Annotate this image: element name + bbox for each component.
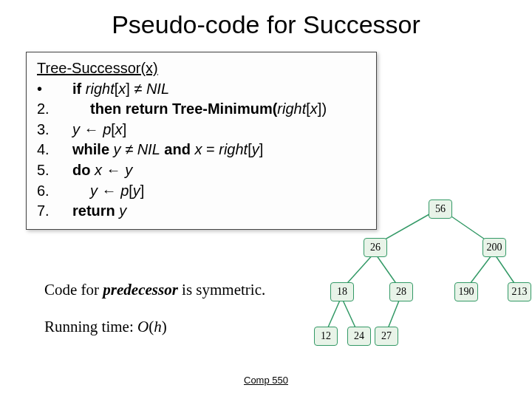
function-name: Tree-Successor(x) xyxy=(37,58,366,79)
line-num-7: 7. xyxy=(37,201,66,222)
line-num-6: 6. xyxy=(37,181,66,202)
line-4: while y ≠ NIL and x = right[y] xyxy=(66,140,327,160)
tree-node-26: 26 xyxy=(364,238,387,257)
line-5: do x ← y xyxy=(66,160,327,181)
tree-node-213: 213 xyxy=(508,282,531,301)
line-6: y ← p[y] xyxy=(66,181,327,202)
slide-title: Pseudo-code for Successor xyxy=(0,10,532,39)
tree-node-56: 56 xyxy=(429,200,452,219)
caption-predecessor: Code for predecessor is symmetric. xyxy=(44,281,265,299)
tree-node-200: 200 xyxy=(482,238,506,257)
line-num-2: 2. xyxy=(37,99,66,120)
tree-node-190: 190 xyxy=(454,282,478,301)
line-7: return y xyxy=(66,201,327,222)
tree-node-27: 27 xyxy=(375,327,398,346)
line-2: then return Tree-Minimum(right[x]) xyxy=(66,99,327,120)
tree-node-24: 24 xyxy=(347,327,371,346)
tree-node-12: 12 xyxy=(314,327,338,346)
caption-runtime: Running time: O(h) xyxy=(44,318,167,336)
line-num-1: • xyxy=(37,79,66,100)
tree-node-18: 18 xyxy=(330,282,354,301)
line-num-5: 5. xyxy=(37,160,66,181)
footer-course: Comp 550 xyxy=(0,375,532,386)
line-num-3: 3. xyxy=(37,120,66,140)
line-num-4: 4. xyxy=(37,140,66,160)
bst-diagram: 56 26 200 18 28 190 213 12 24 27 xyxy=(318,192,532,362)
tree-node-28: 28 xyxy=(389,282,413,301)
line-3: y ← p[x] xyxy=(66,120,327,140)
line-1: if right[x] ≠ NIL xyxy=(66,79,327,100)
